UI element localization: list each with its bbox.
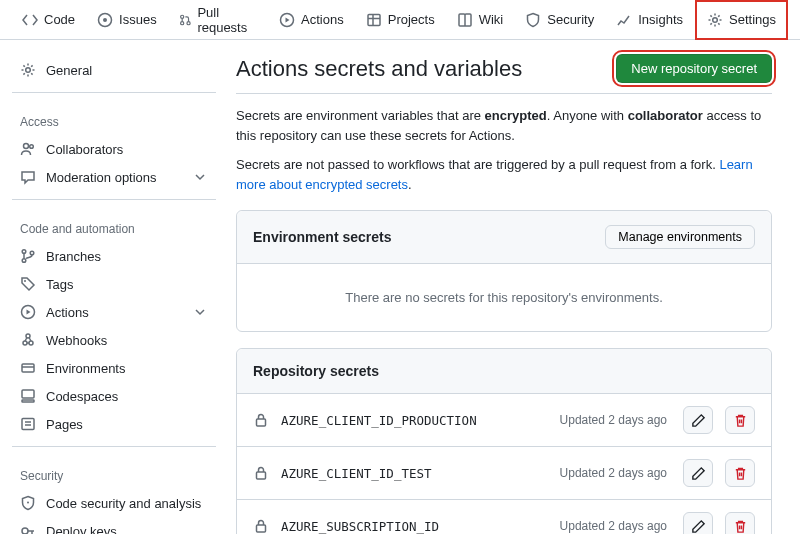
env-secrets-heading: Environment secrets bbox=[253, 229, 392, 245]
secret-updated: Updated 2 days ago bbox=[560, 466, 667, 480]
people-icon bbox=[20, 141, 36, 157]
tab-projects[interactable]: Projects bbox=[356, 0, 445, 40]
env-icon bbox=[20, 360, 36, 376]
sidebar-item-collaborators[interactable]: Collaborators bbox=[12, 135, 216, 163]
gear-icon bbox=[20, 62, 36, 78]
tab-security[interactable]: Security bbox=[515, 0, 604, 40]
issue-icon bbox=[97, 12, 113, 28]
repository-secrets-box: Repository secrets AZURE_CLIENT_ID_PRODU… bbox=[236, 348, 772, 534]
tab-pull-requests[interactable]: Pull requests bbox=[169, 0, 267, 40]
edit-secret-button[interactable] bbox=[683, 459, 713, 487]
graph-icon bbox=[616, 12, 632, 28]
branch-icon bbox=[20, 248, 36, 264]
sidebar-item-moderation-options[interactable]: Moderation options bbox=[12, 163, 216, 191]
sidebar-item-environments[interactable]: Environments bbox=[12, 354, 216, 382]
lock-icon bbox=[253, 465, 269, 481]
repo-tabs: CodeIssuesPull requestsActionsProjectsWi… bbox=[0, 0, 800, 40]
sidebar-item-branches[interactable]: Branches bbox=[12, 242, 216, 270]
secret-name: AZURE_SUBSCRIPTION_ID bbox=[281, 519, 548, 534]
webhook-icon bbox=[20, 332, 36, 348]
sidebar-item-actions[interactable]: Actions bbox=[12, 298, 216, 326]
env-secrets-empty: There are no secrets for this repository… bbox=[237, 264, 771, 331]
tab-wiki[interactable]: Wiki bbox=[447, 0, 514, 40]
pencil-icon bbox=[691, 466, 706, 481]
settings-sidebar: General AccessCollaboratorsModeration op… bbox=[0, 40, 228, 534]
book-icon bbox=[457, 12, 473, 28]
pencil-icon bbox=[691, 519, 706, 534]
delete-secret-button[interactable] bbox=[725, 459, 755, 487]
trash-icon bbox=[733, 413, 748, 428]
tab-code[interactable]: Code bbox=[12, 0, 85, 40]
trash-icon bbox=[733, 466, 748, 481]
secret-row: AZURE_CLIENT_ID_PRODUCTION Updated 2 day… bbox=[237, 394, 771, 447]
secret-updated: Updated 2 days ago bbox=[560, 519, 667, 533]
description-text-2: Secrets are not passed to workflows that… bbox=[236, 155, 772, 194]
tab-settings[interactable]: Settings bbox=[695, 0, 788, 40]
chevron-down-icon bbox=[192, 304, 208, 320]
sidebar-item-codespaces[interactable]: Codespaces bbox=[12, 382, 216, 410]
sidebar-item-webhooks[interactable]: Webhooks bbox=[12, 326, 216, 354]
code-icon bbox=[22, 12, 38, 28]
edit-secret-button[interactable] bbox=[683, 512, 713, 534]
secret-updated: Updated 2 days ago bbox=[560, 413, 667, 427]
sidebar-item-code-security-and-analysis[interactable]: Code security and analysis bbox=[12, 489, 216, 517]
secret-row: AZURE_SUBSCRIPTION_ID Updated 2 days ago bbox=[237, 500, 771, 534]
codespaces-icon bbox=[20, 388, 36, 404]
description-text: Secrets are environment variables that a… bbox=[236, 106, 772, 145]
tab-issues[interactable]: Issues bbox=[87, 0, 167, 40]
sidebar-item-tags[interactable]: Tags bbox=[12, 270, 216, 298]
secret-row: AZURE_CLIENT_ID_TEST Updated 2 days ago bbox=[237, 447, 771, 500]
secret-name: AZURE_CLIENT_ID_PRODUCTION bbox=[281, 413, 548, 428]
delete-secret-button[interactable] bbox=[725, 512, 755, 534]
sidebar-general[interactable]: General bbox=[12, 56, 216, 84]
sidebar-group-code-and-automation: Code and automation bbox=[12, 208, 216, 242]
play-icon bbox=[279, 12, 295, 28]
lock-icon bbox=[253, 412, 269, 428]
sidebar-group-access: Access bbox=[12, 101, 216, 135]
secret-name: AZURE_CLIENT_ID_TEST bbox=[281, 466, 548, 481]
page-title: Actions secrets and variables bbox=[236, 56, 522, 82]
main-content: Actions secrets and variables New reposi… bbox=[228, 40, 788, 534]
sidebar-item-pages[interactable]: Pages bbox=[12, 410, 216, 438]
sidebar-item-deploy-keys[interactable]: Deploy keys bbox=[12, 517, 216, 534]
trash-icon bbox=[733, 519, 748, 534]
edit-secret-button[interactable] bbox=[683, 406, 713, 434]
sidebar-group-security: Security bbox=[12, 455, 216, 489]
delete-secret-button[interactable] bbox=[725, 406, 755, 434]
table-icon bbox=[366, 12, 382, 28]
pr-icon bbox=[179, 12, 192, 28]
repo-secrets-heading: Repository secrets bbox=[253, 363, 379, 379]
sidebar-label: General bbox=[46, 63, 92, 78]
shieldcheck-icon bbox=[20, 495, 36, 511]
tag-icon bbox=[20, 276, 36, 292]
lock-icon bbox=[253, 518, 269, 534]
new-repository-secret-button[interactable]: New repository secret bbox=[616, 54, 772, 83]
gear-icon bbox=[707, 12, 723, 28]
comment-icon bbox=[20, 169, 36, 185]
tab-insights[interactable]: Insights bbox=[606, 0, 693, 40]
shield-icon bbox=[525, 12, 541, 28]
chevron-down-icon bbox=[192, 169, 208, 185]
pages-icon bbox=[20, 416, 36, 432]
key-icon bbox=[20, 523, 36, 534]
tab-actions[interactable]: Actions bbox=[269, 0, 354, 40]
pencil-icon bbox=[691, 413, 706, 428]
environment-secrets-box: Environment secrets Manage environments … bbox=[236, 210, 772, 332]
manage-environments-button[interactable]: Manage environments bbox=[605, 225, 755, 249]
play-icon bbox=[20, 304, 36, 320]
